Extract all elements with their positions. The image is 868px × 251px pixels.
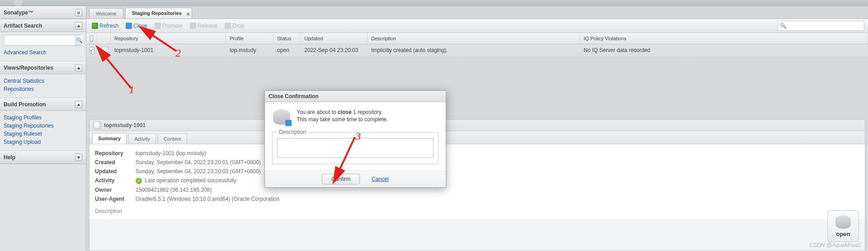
label-owner: Owner: [95, 187, 136, 193]
label-user-agent: User-Agent: [95, 196, 136, 202]
cell-updated: 2022-Sep-04 23:20:03: [301, 44, 368, 56]
filter-search-icon: 🔍: [778, 21, 788, 30]
value-activity: ✓Last operation completed successfully: [136, 177, 236, 184]
main-tab-bar: Welcome Staging Repositories ✕: [86, 6, 868, 19]
cell-description: Implicitly created (auto staging).: [368, 44, 580, 56]
tab-welcome[interactable]: Welcome: [89, 8, 123, 19]
link-staging-profiles[interactable]: Staging Profiles: [4, 114, 82, 122]
cell-status: open: [274, 44, 301, 56]
link-central-statistics[interactable]: Central Statistics: [4, 77, 82, 85]
promote-label: Promote: [162, 23, 183, 29]
release-label: Release: [198, 23, 217, 29]
panel-title: Build Promotion: [4, 99, 46, 110]
value-repository: topmstudy-1001 (top.mstudy): [136, 150, 206, 156]
expand-icon[interactable]: [75, 154, 82, 161]
col-header-iq[interactable]: IQ Policy Violations: [580, 33, 868, 44]
col-header-status[interactable]: Status: [274, 33, 301, 44]
advanced-search-link[interactable]: Advanced Search: [4, 48, 82, 57]
link-staging-repositories[interactable]: Staging Repositories: [4, 122, 82, 130]
collapse-icon[interactable]: [75, 101, 82, 108]
tab-summary[interactable]: Summary: [92, 133, 127, 144]
collapse-sidebar-icon[interactable]: [75, 9, 82, 16]
panel-title: Views/Repositories: [4, 62, 53, 74]
artifact-search-input-wrap[interactable]: 🔍: [4, 35, 82, 46]
filter-input-wrap[interactable]: 🔍: [778, 21, 864, 31]
status-badge-label: open: [836, 231, 850, 237]
label-repository: Repository: [95, 150, 136, 156]
panel-title: Artifact Search: [4, 20, 42, 32]
repo-detail-panel: topmstudy-1001 Summary Activity Content …: [89, 119, 865, 251]
release-button: Release: [188, 22, 219, 30]
repo-grid-header: Repository Profile Status Updated Descri…: [86, 33, 868, 44]
dialog-description-fieldset: Description: [272, 132, 439, 164]
detail-title-bar: topmstudy-1001: [90, 120, 865, 131]
search-icon[interactable]: 🔍: [75, 35, 83, 45]
close-button[interactable]: Close: [124, 22, 149, 30]
panel-artifact-search-header[interactable]: Artifact Search: [0, 19, 86, 32]
link-staging-ruleset[interactable]: Staging Ruleset: [4, 130, 82, 138]
detail-tab-bar: Summary Activity Content: [90, 131, 865, 144]
drop-label: Drop: [232, 23, 244, 29]
col-header-profile[interactable]: Profile: [226, 33, 274, 44]
label-updated: Updated: [95, 168, 136, 175]
watermark: CSDN @AquaMriusC: [809, 242, 862, 248]
repo-toolbar: Refresh Close Promote Release Drop 🔍: [86, 19, 868, 33]
label-activity: Activity: [95, 177, 136, 184]
tab-activity[interactable]: Activity: [128, 133, 156, 144]
refresh-label: Refresh: [99, 23, 118, 29]
database-save-icon: [273, 109, 290, 125]
status-badge: open: [827, 210, 859, 242]
panel-help-header[interactable]: Help: [0, 151, 86, 164]
artifact-search-input[interactable]: [4, 35, 75, 45]
refresh-button[interactable]: Refresh: [90, 22, 120, 30]
panel-artifact-search: Artifact Search 🔍 Advanced Search: [0, 19, 86, 62]
promote-icon: [155, 23, 161, 29]
dialog-description-textarea[interactable]: [277, 138, 434, 158]
close-tab-icon[interactable]: ✕: [186, 9, 190, 19]
close-icon: [126, 23, 132, 29]
repo-row[interactable]: topmstudy-1001 top.mstudy open 2022-Sep-…: [86, 44, 868, 57]
value-updated: Sunday, September 04, 2022 23:20:03 (GMT…: [136, 168, 261, 175]
col-header-updated[interactable]: Updated: [301, 33, 368, 44]
main-area: Welcome Staging Repositories ✕ Refresh C…: [86, 6, 868, 251]
collapse-icon[interactable]: [75, 64, 82, 71]
row-checkbox[interactable]: [90, 47, 94, 54]
col-header-repository[interactable]: Repository: [111, 33, 226, 44]
panel-help: Help: [0, 151, 86, 164]
cell-repository: topmstudy-1001: [111, 44, 226, 56]
panel-views-repositories: Views/Repositories Central Statistics Re…: [0, 62, 86, 98]
cell-iq: No IQ Server data recorded: [580, 44, 868, 56]
brand-header: Sonatype™: [0, 6, 86, 19]
detail-title: topmstudy-1001: [104, 120, 146, 131]
drop-icon: [225, 23, 231, 29]
collapse-icon[interactable]: [75, 22, 82, 29]
release-icon: [190, 23, 196, 29]
repo-icon: [101, 47, 109, 55]
drop-button: Drop: [223, 22, 246, 30]
tab-welcome-label: Welcome: [96, 11, 117, 16]
tab-content[interactable]: Content: [158, 133, 187, 144]
link-repositories[interactable]: Repositories: [4, 85, 82, 93]
close-label: Close: [133, 23, 147, 29]
repo-icon: [93, 121, 101, 129]
tab-staging-repositories[interactable]: Staging Repositories ✕: [125, 8, 192, 19]
confirm-button[interactable]: Confirm: [322, 174, 360, 185]
label-description: Description: [95, 208, 859, 214]
panel-views-header[interactable]: Views/Repositories: [0, 62, 86, 74]
value-user-agent: Gradle/6.5.1 (Windows 10;10.0;amd64) (Or…: [136, 196, 279, 202]
filter-input[interactable]: [788, 21, 864, 30]
database-icon: [835, 215, 851, 229]
select-all-checkbox[interactable]: [90, 35, 93, 42]
col-header-description[interactable]: Description: [368, 33, 580, 44]
cancel-link[interactable]: Cancel: [372, 176, 388, 182]
value-created: Sunday, September 04, 2022 23:20:01 (GMT…: [136, 159, 261, 166]
sidebar: Sonatype™ Artifact Search 🔍 Advanced Sea…: [0, 6, 86, 251]
panel-build-header[interactable]: Build Promotion: [0, 98, 86, 111]
cell-profile: top.mstudy: [226, 44, 274, 56]
success-icon: ✓: [136, 178, 142, 184]
panel-title: Help: [4, 152, 15, 163]
link-staging-upload[interactable]: Staging Upload: [4, 138, 82, 146]
window-top-strip: [0, 0, 868, 6]
promote-button: Promote: [153, 22, 184, 30]
close-confirmation-dialog: Close Confirmation You are about to clos…: [264, 90, 446, 188]
